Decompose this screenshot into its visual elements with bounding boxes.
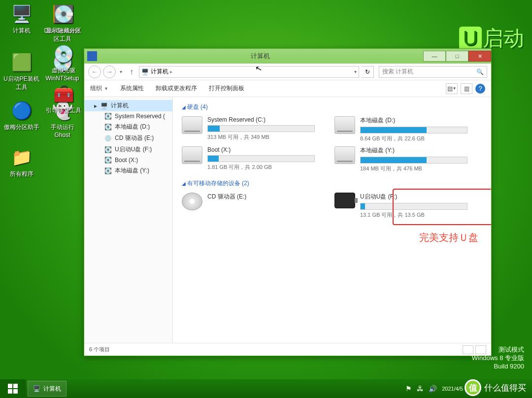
desktop-icon-label: 引导修复工具 — [45, 106, 82, 115]
desktop-icon-label: U启动PE装机工具 — [3, 75, 40, 92]
uboot-pe-icon: 🟩 — [10, 51, 33, 73]
drive-item[interactable]: U启动U盘 (F:)13.1 GB 可用，共 13.5 GB — [334, 193, 467, 219]
taskbar-task[interactable]: 🖥️计算机 — [28, 381, 66, 397]
drive-name: System Reserved (C:) — [207, 116, 315, 123]
desktop-icon-uboot-pe[interactable]: 🟩U启动PE装机工具 — [3, 51, 40, 92]
annotation-text: 完美支持Ｕ盘 — [419, 231, 478, 244]
taskbar: 🖥️计算机 ⚑ 🖧 🔊 2021/4/5 — [0, 379, 532, 398]
drive-icon: 💽 — [104, 167, 112, 174]
drive-item[interactable]: Boot (X:)1.81 GB 可用，共 2.00 GB — [182, 146, 315, 172]
desktop-icon-vcd[interactable]: 💿虚拟光驱 — [45, 43, 82, 75]
tree-node[interactable]: 💽本地磁盘 (Y:) — [84, 165, 172, 176]
desktop-icon-label: 计算机 — [3, 27, 40, 35]
help-button[interactable]: ? — [475, 84, 485, 94]
desktop-icon-computer[interactable]: 🖥️计算机 — [3, 3, 40, 35]
drive-item[interactable]: System Reserved (C:)313 MB 可用，共 349 MB — [182, 116, 315, 142]
desktop-icon-allprog[interactable]: 📁所有程序 — [3, 146, 40, 178]
desktop-icon-label: 虚拟光驱 — [45, 66, 82, 75]
window-title: 计算机 — [97, 52, 423, 61]
nav-history-drop[interactable]: ▾ — [118, 69, 124, 74]
tree-node[interactable]: 💽System Reserved ( — [84, 111, 172, 121]
drive-name: Boot (X:) — [207, 146, 315, 153]
desktop-icon-show-hidden[interactable]: 💽显示隐藏分区 — [45, 3, 82, 35]
tree-root[interactable]: ▸ 🖥️计算机 — [84, 100, 172, 111]
back-button[interactable]: ← — [88, 66, 101, 78]
up-button[interactable]: ↑ — [126, 66, 137, 77]
drive-item[interactable]: 本地磁盘 (Y:)184 MB 可用，共 476 MB — [334, 146, 467, 172]
drive-item[interactable]: 本地磁盘 (D:)8.64 GB 可用，共 22.6 GB — [334, 116, 467, 142]
drive-stat: 13.1 GB 可用，共 13.5 GB — [360, 211, 467, 219]
preview-pane-button[interactable]: ▥ — [461, 83, 472, 94]
drive-name: U启动U盘 (F:) — [360, 193, 467, 201]
drive-name: CD 驱动器 (E:) — [207, 193, 315, 201]
capacity-bar — [207, 125, 315, 132]
drive-icon: 💽 — [104, 124, 112, 131]
window-icon — [87, 51, 97, 61]
drive-name: 本地磁盘 (D:) — [360, 116, 467, 125]
start-button[interactable] — [0, 379, 26, 398]
allprog-icon: 📁 — [10, 146, 33, 168]
drive-stat: 8.64 GB 可用，共 22.6 GB — [360, 135, 467, 142]
minimize-button[interactable]: — — [423, 51, 446, 62]
item-count: 6 个项目 — [89, 346, 110, 353]
cd-icon — [182, 193, 202, 210]
capacity-bar — [360, 127, 467, 133]
desktop: 🖥️计算机🟧DiskGenius分区工具🟩U启动PE装机工具💿WinNTSetu… — [0, 0, 84, 183]
capacity-bar — [207, 155, 315, 162]
desktop-icon-label: 傲梅分区助手 — [3, 123, 40, 132]
computer-icon: 🖥️ — [33, 385, 40, 392]
system-tray[interactable]: ⚑ 🖧 🔊 2021/4/5 — [405, 379, 463, 398]
hdd-icon — [334, 116, 355, 134]
titlebar[interactable]: 计算机 — □ ✕ — [84, 49, 491, 64]
tree-node-label: System Reserved ( — [115, 113, 165, 120]
tree-node[interactable]: 💽本地磁盘 (D:) — [84, 121, 172, 133]
tree-node[interactable]: 💽U启动U盘 (F:) — [84, 144, 172, 155]
drive-icon: 💽 — [104, 146, 112, 153]
vcd-icon: 💿 — [52, 43, 75, 65]
desktop-icon-boot-repair[interactable]: 🧰引导修复工具 — [45, 83, 82, 115]
section-hdd[interactable]: 硬盘 (4) — [182, 103, 482, 111]
maximize-button[interactable]: □ — [446, 51, 468, 62]
desktop-icon-label: 手动运行Ghost — [44, 123, 81, 138]
open-control-panel-button[interactable]: 打开控制面板 — [209, 84, 244, 93]
usb-icon — [334, 193, 355, 208]
tree-node-label: Boot (X:) — [115, 157, 138, 164]
tree-node-label: 本地磁盘 (D:) — [115, 123, 150, 131]
address-input[interactable]: 🖥️ 计算机 ▾ — [139, 66, 359, 78]
drive-stat: 184 MB 可用，共 476 MB — [360, 165, 467, 172]
section-removable[interactable]: 有可移动存储的设备 (2) — [182, 179, 482, 188]
smzdm-badge: 值 什么值得买 — [465, 379, 526, 396]
hdd-icon — [182, 146, 202, 164]
drive-icon: 💿 — [104, 135, 112, 142]
drive-name: 本地磁盘 (Y:) — [360, 146, 467, 155]
hdd-icon — [334, 146, 355, 164]
tree-node[interactable]: 💿CD 驱动器 (E:) — [84, 133, 172, 144]
organize-menu[interactable]: 组织▼ — [90, 84, 108, 93]
tree-node-label: 本地磁盘 (Y:) — [115, 166, 149, 175]
close-button[interactable]: ✕ — [468, 51, 491, 62]
computer-icon: 🖥️ — [141, 68, 149, 75]
desktop-icon-aomei[interactable]: 🔵傲梅分区助手 — [3, 100, 40, 132]
drive-icon: 💽 — [104, 113, 112, 120]
tray-flag-icon[interactable]: ⚑ — [405, 385, 412, 393]
aomei-icon: 🔵 — [10, 100, 33, 121]
drive-item[interactable]: CD 驱动器 (E:) — [182, 193, 315, 219]
uninstall-programs-button[interactable]: 卸载或更改程序 — [156, 84, 197, 93]
search-input[interactable]: 搜索 计算机 🔍 — [379, 66, 487, 78]
breadcrumb[interactable]: 计算机 — [151, 67, 172, 76]
capacity-bar — [360, 203, 467, 210]
computer-icon: 🖥️ — [100, 102, 108, 109]
content-pane: 硬盘 (4) System Reserved (C:)313 MB 可用，共 3… — [173, 97, 491, 343]
view-options-button[interactable]: ▤▼ — [446, 83, 458, 94]
watermark: 测试模式 Windows 8 专业版 Build 9200 — [472, 345, 524, 370]
tray-network-icon[interactable]: 🖧 — [417, 385, 424, 393]
tree-node-label: CD 驱动器 (E:) — [115, 134, 154, 142]
system-properties-button[interactable]: 系统属性 — [120, 84, 144, 93]
address-drop-icon[interactable]: ▾ — [354, 69, 357, 74]
refresh-button[interactable]: ↻ — [361, 66, 374, 78]
tree-node[interactable]: 💽Boot (X:) — [84, 155, 172, 165]
search-placeholder: 搜索 计算机 — [382, 67, 413, 76]
nav-tree: ▸ 🖥️计算机 💽System Reserved (💽本地磁盘 (D:)💿CD … — [84, 97, 173, 343]
forward-button[interactable]: → — [103, 66, 116, 78]
tray-volume-icon[interactable]: 🔊 — [429, 385, 437, 393]
